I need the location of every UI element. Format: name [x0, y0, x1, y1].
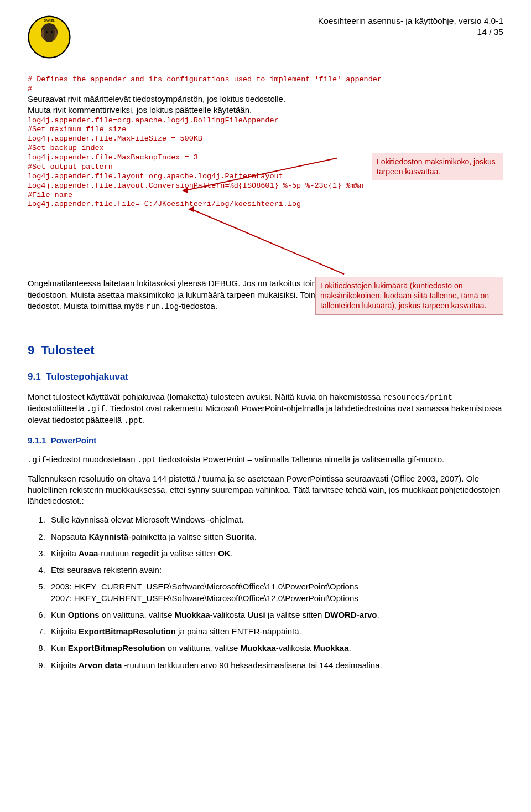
svg-text:SPANIEL: SPANIEL	[44, 19, 55, 22]
list-item: Sulje käynnissä olevat Microsoft Windows…	[48, 514, 503, 525]
text: .	[254, 532, 257, 541]
text: -tiedostoa.	[179, 301, 217, 311]
list-item: Kun ExportBitmapResolution on valittuna,…	[48, 643, 503, 654]
text: Kun	[51, 610, 68, 619]
code-line: log4j.appender.file.MaxBackupIndex = 3	[28, 153, 198, 162]
steps-list: Sulje käynnissä olevat Microsoft Windows…	[48, 514, 503, 671]
code-line: log4j.appender.file=org.apache.log4j.Rol…	[28, 116, 279, 125]
subsection-title: Tulostepohjakuvat	[46, 371, 128, 382]
text: -ruutuun	[98, 549, 131, 558]
subsubsection-heading: 9.1.1 PowerPoint	[28, 435, 503, 446]
text: ja valitse sitten	[266, 610, 325, 619]
svg-point-1	[46, 31, 48, 33]
text: tiedostoliitteellä	[28, 404, 87, 413]
code-section: # Defines the appender and its configura…	[28, 75, 503, 270]
text: Kirjoita	[51, 627, 79, 636]
callout-text: Lokitiedoston maksimikoko, joskus tarpee…	[377, 157, 496, 176]
subsection-heading: 9.1 Tulostepohjakuvat	[28, 371, 503, 384]
code-note: Muuta rivit kommenttiriveiksi, jos lokit…	[28, 105, 252, 115]
text: Kirjoita	[51, 549, 79, 558]
text: -painiketta ja valitse sitten	[128, 532, 226, 541]
text: 2007: HKEY_CURRENT_USER\Software\Microso…	[51, 593, 358, 603]
text: -valikosta	[276, 643, 314, 653]
arrow-icon	[190, 209, 191, 210]
inline-code: resources/print	[383, 393, 452, 402]
bold: Avaa	[79, 549, 98, 558]
text: Napsauta	[51, 532, 88, 541]
bold: DWORD-arvo	[324, 610, 377, 619]
callout-text: Lokitiedostojen lukimäärä (kuntiedosto o…	[320, 281, 489, 310]
list-item: Etsi seuraava rekisterin avain:	[48, 565, 503, 576]
bold: Suorita	[226, 532, 254, 541]
text: on valittuna, valitse	[165, 643, 241, 653]
bold: Arvon data	[79, 660, 122, 670]
inline-code: .gif	[28, 456, 46, 464]
arrow-icon	[184, 190, 185, 192]
text: Kun	[51, 643, 68, 653]
header-meta: Koesihteerin asennus- ja käyttöohje, ver…	[318, 15, 503, 38]
code-note: Seuraavat rivit määrittelevät tiedostoym…	[28, 94, 285, 104]
inline-code: .ppt	[138, 456, 157, 464]
bold: regedit	[131, 549, 159, 558]
bold: ExportBitmapResolution	[68, 643, 165, 653]
text: 2003: HKEY_CURRENT_USER\Software\Microso…	[51, 582, 358, 591]
list-item: 2003: HKEY_CURRENT_USER\Software\Microso…	[48, 581, 503, 604]
subsub-title: PowerPoint	[51, 436, 97, 445]
page-header: SPANIEL Koesihteerin asennus- ja käyttöo…	[28, 15, 503, 59]
section-heading: 9 Tulosteet	[28, 342, 503, 359]
inline-code: .ppt	[124, 416, 143, 425]
text: Kirjoita	[51, 660, 79, 670]
doc-title: Koesihteerin asennus- ja käyttöohje, ver…	[318, 15, 503, 27]
bold: OK	[218, 549, 231, 558]
code-block: # Defines the appender and its configura…	[28, 75, 503, 209]
text: on valittuna, valitse	[100, 610, 175, 619]
bold: Muokkaa	[241, 643, 276, 653]
bold: Käynnistä	[88, 532, 128, 541]
callout-maxsize: Lokitiedoston maksimikoko, joskus tarpee…	[372, 153, 503, 180]
callout-backupcount: Lokitiedostojen lukimäärä (kuntiedosto o…	[315, 277, 503, 315]
bold: Uusi	[247, 610, 266, 619]
inline-code: run.log	[146, 302, 179, 311]
code-line: log4j.appender.file.File= C:/JKoesihteer…	[28, 200, 301, 208]
section-title: Tulosteet	[41, 343, 94, 357]
text: -tiedostot muodostetaan	[46, 454, 138, 464]
list-item: Kirjoita Arvon data -ruutuun tarkkuuden …	[48, 660, 503, 671]
club-logo: SPANIEL	[28, 15, 71, 59]
subsection-number: 9.1	[28, 371, 41, 382]
paragraph: Tallennuksen resoluutio on oltava 144 pi…	[28, 473, 503, 507]
text: Sulje käynnissä olevat Microsoft Windows…	[51, 515, 243, 524]
code-line: #	[28, 85, 32, 93]
text: Monet tulosteet käyttävät pohjakuvaa (lo…	[28, 392, 383, 401]
text: tiedostot. Muista toimittaa myös	[28, 301, 146, 311]
list-item: Kun Options on valittuna, valitse Muokka…	[48, 609, 503, 620]
code-line: # Defines the appender and its configura…	[28, 75, 382, 84]
text: ja paina sitten ENTER-näppäintä.	[176, 627, 301, 636]
bold: Muokkaa	[313, 643, 348, 653]
inline-code: .gif	[87, 405, 106, 413]
text: .	[349, 643, 351, 653]
text: -valikosta	[210, 610, 248, 619]
code-line: #Set output pattern	[28, 163, 113, 171]
paragraph: Monet tulosteet käyttävät pohjakuvaa (lo…	[28, 391, 503, 426]
list-item: Kirjoita Avaa-ruutuun regedit ja valitse…	[48, 548, 503, 559]
bold: Options	[68, 610, 100, 619]
text: tiedostoista PowerPoint – valinnalla Tal…	[156, 454, 444, 464]
text: .	[143, 415, 145, 425]
text: -ruutuun tarkkuuden arvo 90 heksadesimaa…	[122, 660, 382, 670]
code-line: #File name	[28, 191, 72, 199]
code-line: log4j.appender.file.layout=org.apache.lo…	[28, 172, 283, 180]
section-number: 9	[28, 343, 34, 357]
paragraph: .gif-tiedostot muodostetaan .ppt tiedost…	[28, 454, 503, 466]
svg-point-2	[51, 31, 53, 33]
text: ja valitse sitten	[159, 549, 218, 558]
text: Etsi seuraava rekisterin avain:	[51, 565, 162, 575]
text: .	[231, 549, 233, 558]
bold: Muokkaa	[174, 610, 210, 619]
code-line: #Set maximum file size	[28, 125, 126, 133]
page-number: 14 / 35	[318, 27, 503, 38]
text: .	[377, 610, 379, 619]
list-item: Napsauta Käynnistä-painiketta ja valitse…	[48, 531, 503, 542]
code-line: #Set backup index	[28, 144, 104, 152]
subsub-number: 9.1.1	[28, 436, 46, 445]
code-line: log4j.appender.file.MaxFileSize = 500KB	[28, 135, 202, 143]
